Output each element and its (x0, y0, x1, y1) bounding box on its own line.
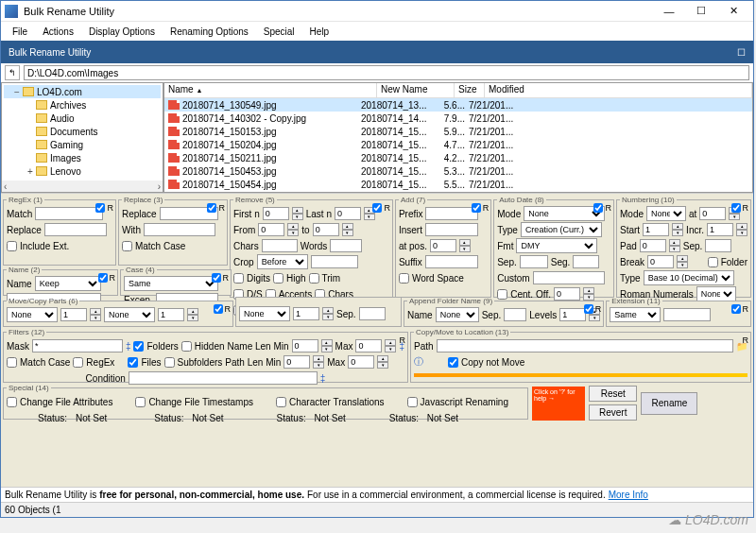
regex-replace-input[interactable] (44, 223, 107, 236)
rename-button[interactable]: Rename (641, 392, 697, 415)
file-row[interactable]: 20180714_150454.jpg20180714_15...5.5...7… (164, 178, 752, 191)
filters-files[interactable] (128, 357, 138, 368)
menu-actions[interactable]: Actions (35, 25, 81, 39)
autodate-type[interactable]: Creation (Curr.) (521, 222, 602, 237)
numbering-incr[interactable]: 1 (707, 223, 733, 236)
replace-matchcase[interactable] (122, 241, 132, 251)
remove-from[interactable]: 0 (258, 223, 284, 236)
movecopy-sel2[interactable]: None (104, 307, 155, 322)
tree-item[interactable]: Archives (4, 98, 161, 112)
file-row[interactable]: 20180714_150153.jpg20180714_15...5.9...7… (164, 125, 752, 138)
movecopy-sel1[interactable]: None (7, 307, 58, 322)
numbering-folder[interactable] (708, 257, 718, 267)
file-list[interactable]: Name ▲ New Name Size Modified 20180714_1… (163, 82, 753, 193)
tree-item[interactable]: −LO4D.com (4, 85, 161, 98)
filters-pathlenmin[interactable]: 0 (284, 355, 310, 369)
filters-matchcase[interactable] (7, 357, 17, 368)
name-enable[interactable] (98, 273, 108, 283)
appendfolder-reset[interactable]: R (595, 304, 602, 314)
appendfolder-levels[interactable]: 1 (559, 308, 586, 321)
movecopy-n2[interactable]: 1 (158, 308, 184, 321)
replace-reset[interactable]: R (218, 203, 225, 213)
tree-item[interactable]: Audio (4, 112, 161, 125)
remove-chars[interactable] (262, 239, 298, 252)
add-wordspace[interactable] (399, 273, 409, 284)
case-reset[interactable]: R (223, 273, 230, 283)
maximize-button[interactable]: ☐ (685, 2, 717, 21)
movecopy-sep-input[interactable] (359, 307, 386, 320)
file-row[interactable]: 20180714_140302 - Copy.jpg20180714_14...… (164, 112, 752, 125)
banner-icon[interactable]: ☐ (737, 47, 746, 58)
movecopy-enable[interactable] (214, 304, 223, 314)
appendfolder-name[interactable]: None (436, 307, 479, 322)
remove-enable[interactable] (372, 203, 382, 213)
revert-button[interactable]: Revert (589, 404, 637, 421)
regex-match-input[interactable] (35, 207, 103, 220)
movecopy-reset[interactable]: R (225, 304, 232, 314)
case-select[interactable]: Same (124, 276, 218, 291)
add-insert[interactable] (425, 223, 478, 236)
menu-display-options[interactable]: Display Options (81, 25, 163, 39)
name-reset[interactable]: R (110, 273, 116, 283)
replace-with-input[interactable] (144, 223, 215, 236)
autodate-fmt[interactable]: DMY (516, 238, 597, 253)
numbering-mode[interactable]: None (646, 206, 686, 221)
more-info-link[interactable]: More Info (609, 490, 648, 500)
numbering-start[interactable]: 1 (643, 223, 669, 236)
filters-condition[interactable] (129, 371, 318, 385)
movecopy-n1[interactable]: 1 (60, 308, 87, 321)
filters-namelenmax[interactable]: 0 (355, 339, 382, 352)
movecopy-sel3[interactable]: None (239, 306, 290, 321)
remove-reset[interactable]: R (384, 203, 390, 213)
autodate-enable[interactable] (593, 203, 603, 213)
remove-high[interactable] (273, 273, 284, 284)
special-filets[interactable] (135, 397, 146, 407)
extension-enable[interactable] (731, 304, 741, 314)
numbering-pad[interactable]: 0 (640, 239, 666, 252)
remove-trim[interactable] (309, 273, 319, 284)
tree-item[interactable]: Gaming (4, 138, 161, 151)
special-chartrans[interactable] (276, 397, 286, 407)
remove-lastn[interactable]: 0 (335, 207, 361, 220)
filters-pathlenmax[interactable]: 0 (348, 355, 374, 369)
menu-file[interactable]: File (5, 25, 35, 39)
close-button[interactable]: ✕ (717, 2, 749, 21)
copymove-reset[interactable]: R (743, 335, 749, 345)
name-select[interactable]: Keep (35, 276, 101, 291)
special-fileattr[interactable] (7, 397, 17, 407)
filters-mask[interactable] (32, 339, 123, 352)
tree-item[interactable]: Documents (4, 125, 161, 138)
numbering-break[interactable]: 0 (647, 255, 674, 268)
extension-reset[interactable]: R (743, 304, 749, 314)
file-row[interactable]: 20180714_150453.jpg20180714_15...5.3...7… (164, 164, 752, 178)
reset-button[interactable]: Reset (589, 386, 637, 402)
appendfolder-enable[interactable] (584, 304, 593, 314)
autodate-mode[interactable]: None (524, 206, 605, 221)
copymove-copynotmove[interactable] (448, 357, 458, 368)
movecopy-n3[interactable]: 1 (293, 307, 319, 320)
regex-reset[interactable]: R (107, 203, 113, 213)
remove-crop-text[interactable] (311, 255, 358, 268)
file-row[interactable]: 20180714_130549.jpg20180714_13...5.6...7… (164, 98, 752, 112)
filters-reset[interactable]: R (400, 335, 406, 345)
filters-folders[interactable] (133, 341, 144, 352)
minimize-button[interactable]: — (653, 2, 685, 21)
menu-help[interactable]: Help (302, 25, 337, 39)
filters-namelenmin[interactable]: 0 (292, 339, 318, 352)
tree-scrollbar[interactable]: ‹› (2, 181, 163, 192)
case-enable[interactable] (212, 273, 221, 283)
numbering-enable[interactable] (731, 203, 741, 213)
autodate-reset[interactable]: R (605, 203, 611, 213)
folder-tree[interactable]: −LO4D.comArchivesAudioDocumentsGamingIma… (1, 82, 163, 193)
autodate-seg[interactable] (573, 255, 599, 268)
menu-special[interactable]: Special (256, 25, 302, 39)
remove-digits[interactable] (233, 273, 244, 284)
replace-enable[interactable] (207, 203, 216, 213)
up-button[interactable]: ↰ (5, 65, 20, 80)
extension-text[interactable] (663, 308, 711, 321)
autodate-custom[interactable] (533, 271, 605, 284)
help-icon[interactable]: ⓘ (414, 355, 423, 369)
copymove-path[interactable] (437, 339, 733, 352)
path-input[interactable] (24, 65, 749, 80)
remove-to[interactable]: 0 (313, 223, 339, 236)
